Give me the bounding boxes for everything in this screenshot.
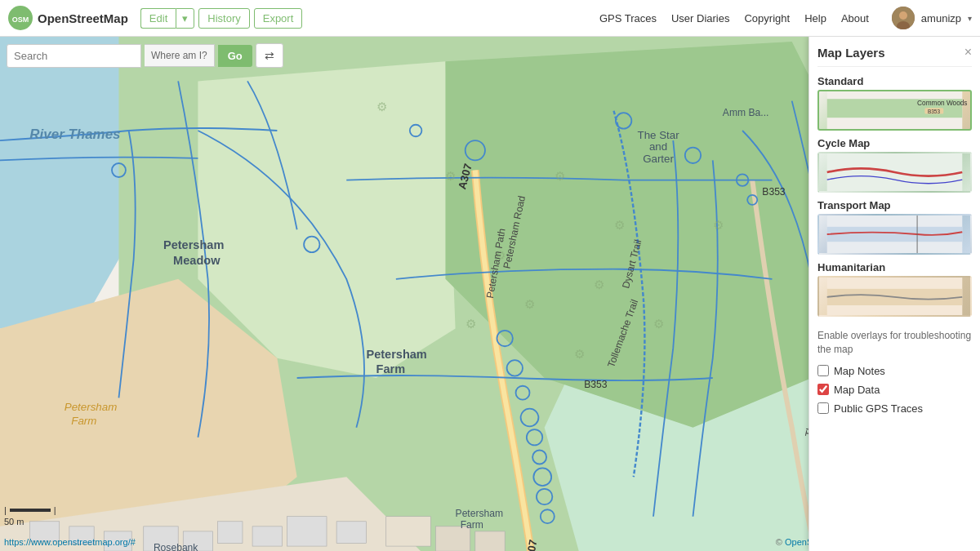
svg-text:B353: B353: [584, 379, 608, 390]
public-gps-label: Public GPS Traces: [834, 402, 923, 415]
layers-panel-header: Map Layers ×: [817, 45, 972, 67]
edit-button[interactable]: Edit: [140, 8, 176, 29]
svg-text:Petersham: Petersham: [456, 508, 504, 519]
layer-standard-name: Standard: [817, 75, 972, 87]
overlay-public-gps[interactable]: Public GPS Traces: [817, 402, 972, 415]
svg-text:⚙: ⚙: [574, 348, 585, 361]
logo-text: OpenStreetMap: [38, 11, 128, 25]
svg-rect-20: [287, 517, 327, 546]
layer-cycle-preview: [817, 152, 972, 193]
svg-text:Farm: Farm: [376, 362, 406, 375]
user-dropdown-arrow[interactable]: ▾: [968, 14, 972, 23]
map-data-label: Map Data: [834, 384, 880, 396]
nav-gps-traces[interactable]: GPS Traces: [599, 12, 657, 24]
layer-transport-name: Transport Map: [817, 199, 972, 211]
nav-copyright[interactable]: Copyright: [744, 12, 790, 24]
overlays-section: Enable overlays for troubleshooting the …: [817, 329, 972, 415]
svg-text:⚙: ⚙: [614, 219, 625, 232]
svg-text:⚙: ⚙: [555, 170, 565, 183]
layer-humanitarian[interactable]: Humanitarian: [817, 261, 972, 317]
svg-text:Amm Ba...: Amm Ba...: [723, 107, 769, 118]
svg-rect-19: [252, 527, 282, 546]
export-button[interactable]: Export: [254, 8, 303, 29]
layers-panel-title: Map Layers: [817, 46, 885, 60]
overlays-title: Enable overlays for troubleshooting the …: [817, 329, 972, 357]
svg-text:Garter: Garter: [643, 153, 674, 165]
layer-transport[interactable]: Transport Map: [817, 199, 972, 255]
svg-text:Rosebank: Rosebank: [154, 542, 198, 551]
layer-humanitarian-preview: [817, 276, 972, 317]
overlay-map-notes[interactable]: Map Notes: [817, 365, 972, 377]
svg-text:⚙: ⚙: [653, 318, 664, 331]
where-am-i-button[interactable]: Where am I?: [145, 44, 215, 67]
layer-cycle[interactable]: Cycle Map: [817, 137, 972, 193]
svg-text:Common Woods: Common Woods: [917, 100, 967, 107]
svg-text:Farm: Farm: [71, 415, 96, 427]
search-bar: Where am I? Go ⇄: [0, 37, 290, 74]
svg-text:B353: B353: [928, 109, 940, 114]
edit-dropdown-button[interactable]: ▾: [176, 8, 194, 29]
nav-about[interactable]: About: [841, 12, 869, 24]
directions-button[interactable]: ⇄: [256, 43, 283, 68]
history-button[interactable]: History: [198, 8, 249, 29]
svg-text:River Thames: River Thames: [29, 127, 120, 142]
map-notes-checkbox[interactable]: [817, 365, 829, 376]
user-section: amunizp ▾: [892, 7, 972, 29]
username-label: amunizp: [921, 12, 961, 24]
nav-links: GPS Traces User Diaries Copyright Help A…: [599, 7, 972, 29]
svg-text:⚙: ⚙: [466, 318, 476, 331]
avatar: [892, 7, 915, 29]
svg-text:Petersham: Petersham: [366, 348, 426, 361]
attribution-prefix: ©: [776, 537, 785, 547]
layers-panel: Map Layers × Standard Common Woods B353 …: [808, 37, 980, 551]
url-bar: https://www.openstreetmap.org/#: [4, 537, 136, 547]
map-data-checkbox[interactable]: [817, 384, 829, 395]
go-button[interactable]: Go: [218, 45, 252, 67]
svg-rect-22: [386, 517, 431, 546]
scale-label: 50 m: [4, 517, 56, 527]
scale: | | 50 m: [4, 505, 56, 527]
map-notes-label: Map Notes: [834, 365, 885, 377]
layer-humanitarian-name: Humanitarian: [817, 261, 972, 273]
scale-bar: | |: [4, 505, 56, 515]
header: OSM OpenStreetMap Edit ▾ History Export …: [0, 0, 980, 37]
scale-line: [10, 509, 51, 512]
svg-text:⚙: ⚙: [445, 170, 456, 183]
public-gps-checkbox[interactable]: [817, 402, 829, 414]
svg-text:Petersham: Petersham: [65, 401, 117, 413]
overlay-map-data[interactable]: Map Data: [817, 384, 972, 396]
edit-button-group: Edit ▾: [140, 8, 194, 29]
svg-text:B353: B353: [762, 186, 786, 198]
nav-user-diaries[interactable]: User Diaries: [671, 12, 730, 24]
search-input[interactable]: [7, 44, 141, 68]
layers-close-button[interactable]: ×: [964, 45, 972, 60]
svg-text:Farm: Farm: [461, 519, 483, 531]
svg-text:⚙: ⚙: [594, 278, 604, 291]
logo-icon: OSM: [8, 6, 33, 30]
svg-rect-18: [218, 522, 243, 544]
layer-cycle-name: Cycle Map: [817, 137, 972, 149]
svg-text:⚙: ⚙: [524, 298, 535, 311]
layer-standard[interactable]: Standard Common Woods B353: [817, 75, 972, 131]
layer-transport-preview: [817, 214, 972, 255]
svg-text:⚙: ⚙: [376, 100, 387, 113]
svg-rect-21: [336, 522, 366, 544]
layer-standard-preview: Common Woods B353: [817, 90, 972, 131]
svg-rect-24: [475, 531, 505, 551]
nav-help[interactable]: Help: [804, 12, 826, 24]
svg-text:Petersham: Petersham: [163, 238, 224, 251]
svg-text:and: and: [649, 140, 667, 153]
logo[interactable]: OSM OpenStreetMap: [8, 6, 128, 30]
svg-text:Meadow: Meadow: [173, 254, 220, 267]
svg-text:OSM: OSM: [12, 16, 29, 24]
svg-text:⚙: ⚙: [713, 219, 724, 232]
svg-point-3: [899, 11, 907, 20]
svg-text:The Star: The Star: [637, 129, 679, 141]
